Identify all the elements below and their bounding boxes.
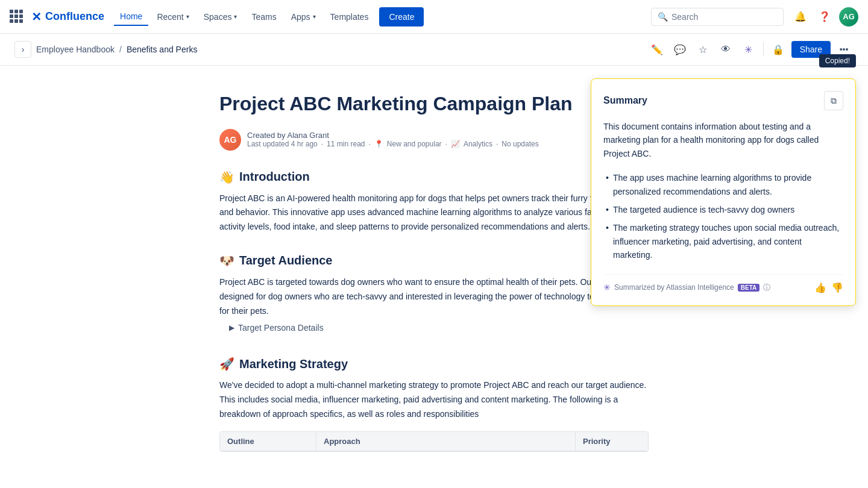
divider bbox=[763, 42, 764, 57]
restrict-icon: 🔒 bbox=[772, 44, 784, 55]
read-time: 11 min read bbox=[327, 140, 365, 148]
table-header-row: Outline Approach Priority bbox=[220, 432, 648, 451]
marketing-emoji: 🚀 bbox=[219, 357, 234, 371]
search-placeholder: Search bbox=[671, 12, 698, 22]
breadcrumb-parent[interactable]: Employee Handbook bbox=[36, 45, 115, 54]
analytics-icon: 📈 bbox=[451, 140, 460, 148]
nav-recent[interactable]: Recent ▾ bbox=[151, 8, 195, 25]
introduction-heading: 👋 Introduction bbox=[219, 170, 649, 184]
last-updated: Last updated 4 hr ago bbox=[247, 140, 318, 148]
nav-apps[interactable]: Apps ▾ bbox=[285, 8, 322, 25]
comment-icon: 💬 bbox=[674, 44, 686, 55]
search-icon: 🔍 bbox=[658, 12, 668, 22]
ai-label: Summarized by Atlassian Intelligence bbox=[614, 283, 734, 292]
help-button[interactable]: ❓ bbox=[815, 7, 834, 27]
nav-spaces[interactable]: Spaces ▾ bbox=[198, 8, 244, 25]
nav-templates[interactable]: Templates bbox=[324, 8, 375, 25]
notifications-button[interactable]: 🔔 bbox=[791, 7, 810, 27]
help-icon: ❓ bbox=[819, 11, 831, 22]
summary-bullet-2: The targeted audience is tech-savvy dog … bbox=[603, 201, 843, 219]
waffle-menu-icon[interactable] bbox=[10, 10, 24, 24]
copy-icon: ⧉ bbox=[831, 96, 837, 106]
target-audience-heading: 🐶 Target Audience bbox=[219, 254, 649, 268]
beta-badge: BETA bbox=[738, 284, 760, 292]
summary-title: Summary bbox=[603, 95, 647, 106]
introduction-text: Project ABC is an AI-powered health moni… bbox=[219, 192, 649, 234]
breadcrumb-current: Benefits and Perks bbox=[127, 45, 198, 54]
summary-list: The app uses machine learning algorithms… bbox=[603, 169, 843, 264]
expand-label: Target Persona Details bbox=[238, 323, 324, 333]
breadcrumb-separator: / bbox=[119, 45, 122, 54]
summary-footer: ✳ Summarized by Atlassian Intelligence B… bbox=[603, 274, 843, 293]
sidebar-toggle[interactable]: › bbox=[14, 41, 31, 58]
user-avatar[interactable]: AG bbox=[839, 7, 858, 27]
thumbs-down-button[interactable]: 👎 bbox=[831, 282, 843, 293]
strategy-table: Outline Approach Priority bbox=[219, 431, 649, 452]
target-audience-section: 🐶 Target Audience Project ABC is targete… bbox=[219, 254, 649, 337]
nav-home[interactable]: Home bbox=[114, 8, 148, 26]
author-avatar: AG bbox=[219, 129, 241, 151]
sparkle-icon: ✳ bbox=[744, 44, 752, 55]
restrict-button[interactable]: 🔒 bbox=[769, 40, 788, 59]
star-icon: ☆ bbox=[699, 44, 707, 55]
analytics-link[interactable]: Analytics bbox=[464, 140, 492, 148]
thumbs-up-button[interactable]: 👍 bbox=[814, 282, 826, 293]
summary-bullet-3: The marketing strategy touches upon soci… bbox=[603, 219, 843, 264]
info-icon[interactable]: ⓘ bbox=[763, 283, 770, 293]
top-navigation: ✕ Confluence Home Recent ▾ Spaces ▾ Team… bbox=[0, 0, 868, 34]
recent-dropdown-arrow: ▾ bbox=[186, 13, 189, 20]
bell-icon: 🔔 bbox=[794, 11, 807, 22]
breadcrumb-bar: › Employee Handbook / Benefits and Perks… bbox=[0, 34, 868, 66]
col-approach: Approach bbox=[316, 432, 576, 451]
marketing-strategy-text: We've decided to adopt a multi-channel m… bbox=[219, 378, 649, 421]
copy-summary-button[interactable]: ⧉ bbox=[824, 91, 843, 110]
more-icon: ••• bbox=[840, 45, 849, 54]
page-title: Project ABC Marketing Campaign Plan bbox=[219, 92, 649, 117]
topnav-right: 🔔 ❓ AG bbox=[791, 7, 858, 27]
spaces-dropdown-arrow: ▾ bbox=[234, 13, 237, 20]
target-audience-emoji: 🐶 bbox=[219, 254, 234, 268]
author-meta: Last updated 4 hr ago · 11 min read · 📍 … bbox=[247, 140, 539, 148]
ai-sparkle-icon: ✳ bbox=[603, 283, 611, 292]
target-audience-text: Project ABC is targeted towards dog owne… bbox=[219, 275, 649, 318]
feedback-icons: 👍 👎 bbox=[814, 282, 843, 293]
watch-icon: 👁 bbox=[721, 44, 731, 55]
author-row: AG Created by Alana Grant Last updated 4… bbox=[219, 129, 649, 151]
marketing-strategy-section: 🚀 Marketing Strategy We've decided to ad… bbox=[219, 357, 649, 451]
ai-button[interactable]: ✳ bbox=[739, 40, 758, 59]
update-status: No updates bbox=[502, 140, 538, 148]
author-info: Created by Alana Grant Last updated 4 hr… bbox=[247, 131, 539, 148]
copied-tooltip: Copied! bbox=[819, 54, 856, 67]
target-persona-expand[interactable]: ▶ Target Persona Details bbox=[219, 318, 649, 337]
brand-logo[interactable]: ✕ Confluence bbox=[31, 10, 104, 24]
star-button[interactable]: ☆ bbox=[693, 40, 712, 59]
summary-bullet-1: The app uses machine learning algorithms… bbox=[603, 169, 843, 201]
edit-icon: ✏️ bbox=[651, 44, 663, 55]
location-icon: 📍 bbox=[374, 140, 383, 148]
visibility: New and popular bbox=[387, 140, 442, 148]
introduction-emoji: 👋 bbox=[219, 170, 234, 184]
apps-dropdown-arrow: ▾ bbox=[313, 13, 316, 20]
col-outline: Outline bbox=[220, 432, 316, 451]
comment-button[interactable]: 💬 bbox=[670, 40, 690, 59]
create-button[interactable]: Create bbox=[379, 7, 424, 27]
summary-panel: Summary ⧉ This document contains informa… bbox=[591, 78, 856, 306]
introduction-section: 👋 Introduction Project ABC is an AI-powe… bbox=[219, 170, 649, 234]
edit-button[interactable]: ✏️ bbox=[647, 40, 667, 59]
summary-body: This document contains information about… bbox=[603, 120, 843, 160]
col-priority: Priority bbox=[576, 432, 648, 451]
expand-arrow-icon: ▶ bbox=[229, 324, 234, 332]
marketing-strategy-heading: 🚀 Marketing Strategy bbox=[219, 357, 649, 371]
summary-header: Summary ⧉ bbox=[603, 91, 843, 110]
search-box[interactable]: 🔍 Search bbox=[651, 8, 784, 26]
nav-teams[interactable]: Teams bbox=[245, 8, 282, 25]
watch-button[interactable]: 👁 bbox=[716, 40, 735, 59]
author-name: Created by Alana Grant bbox=[247, 131, 539, 140]
